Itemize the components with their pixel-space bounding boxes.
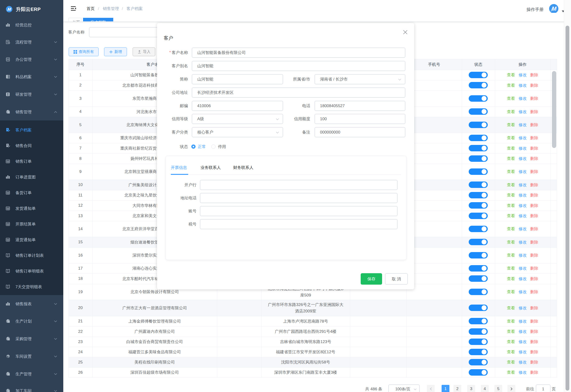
svg-text:M: M xyxy=(552,5,557,12)
svg-text:M: M xyxy=(8,7,11,12)
